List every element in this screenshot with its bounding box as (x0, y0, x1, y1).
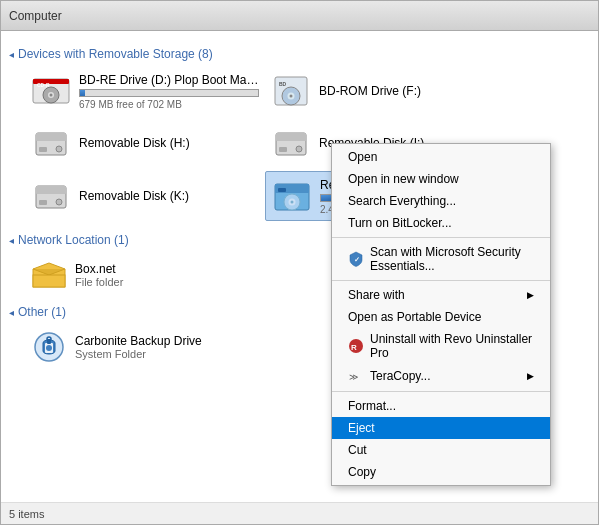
svg-rect-16 (276, 133, 306, 141)
ctx-sep-3 (332, 391, 550, 392)
removable-section-title: Devices with Removable Storage (8) (18, 47, 213, 61)
svg-rect-28 (278, 188, 286, 192)
teracopy-icon: ≫ (348, 368, 364, 384)
drive-item-d[interactable]: CD-R BD-RE Drive (D:) Plop Boot Manage 6… (25, 67, 265, 115)
ctx-share-with[interactable]: Share with (332, 284, 550, 306)
ctx-eject[interactable]: Eject (332, 417, 550, 439)
window-title: Computer (9, 9, 62, 23)
svg-point-22 (56, 199, 62, 205)
ctx-scan-security[interactable]: ✓ Scan with Microsoft Security Essential… (332, 241, 550, 277)
ctx-search-everything[interactable]: Search Everything... (332, 190, 550, 212)
collapse-arrow-network[interactable]: ◂ (9, 235, 14, 246)
status-text: 5 items (9, 508, 44, 520)
ctx-open-label: Open (348, 150, 377, 164)
security-icon: ✓ (348, 251, 364, 267)
carbonite-icon (31, 329, 67, 365)
ctx-teracopy-label: TeraCopy... (370, 369, 430, 383)
ctx-cut[interactable]: Cut (332, 439, 550, 461)
network-section-title: Network Location (1) (18, 233, 129, 247)
ctx-bitlocker[interactable]: Turn on BitLocker... (332, 212, 550, 234)
ctx-open[interactable]: Open (332, 146, 550, 168)
title-bar: Computer (1, 1, 598, 31)
drive-item-k[interactable]: Removable Disk (K:) (25, 171, 265, 221)
svg-text:≫: ≫ (349, 372, 358, 382)
ctx-copy[interactable]: Copy (332, 461, 550, 483)
svg-rect-20 (36, 186, 66, 194)
svg-point-18 (296, 146, 302, 152)
svg-text:R: R (351, 343, 357, 352)
drive-k-name: Removable Disk (K:) (79, 189, 259, 203)
revo-icon: R (348, 338, 364, 354)
ctx-cut-label: Cut (348, 443, 367, 457)
svg-point-14 (56, 146, 62, 152)
ctx-sep-1 (332, 237, 550, 238)
ctx-format-label: Format... (348, 399, 396, 413)
drive-d-info: BD-RE Drive (D:) Plop Boot Manage 679 MB… (79, 73, 259, 110)
removable-h-icon (31, 123, 71, 163)
svg-rect-17 (279, 147, 287, 152)
boxnet-name: Box.net (75, 262, 123, 276)
context-menu: Open Open in new window Search Everythin… (331, 143, 551, 486)
main-window: Computer ◂ Devices with Removable Storag… (0, 0, 599, 525)
drive-d-bar-container (79, 89, 259, 97)
ctx-scan-label: Scan with Microsoft Security Essentials.… (370, 245, 534, 273)
drive-h-name: Removable Disk (H:) (79, 136, 259, 150)
svg-point-5 (50, 94, 53, 97)
svg-rect-21 (39, 200, 47, 205)
ctx-revo-label: Uninstall with Revo Uninstaller Pro (370, 332, 534, 360)
collapse-arrow-removable[interactable]: ◂ (9, 49, 14, 60)
drive-d-bar (80, 90, 85, 96)
ctx-portable-device[interactable]: Open as Portable Device (332, 306, 550, 328)
bd-icon: BD (271, 71, 311, 111)
ctx-share-label: Share with (348, 288, 405, 302)
removable-l-icon (272, 176, 312, 216)
svg-point-10 (290, 95, 293, 98)
boxnet-icon (31, 257, 67, 293)
svg-text:BD: BD (279, 81, 287, 87)
svg-point-32 (46, 345, 52, 351)
status-bar: 5 items (1, 502, 598, 524)
ctx-copy-label: Copy (348, 465, 376, 479)
drive-item-f[interactable]: BD BD-ROM Drive (F:) (265, 67, 505, 115)
drive-f-name: BD-ROM Drive (F:) (319, 84, 499, 98)
svg-rect-29 (33, 275, 65, 287)
carbonite-name: Carbonite Backup Drive (75, 334, 202, 348)
ctx-bitlocker-label: Turn on BitLocker... (348, 216, 452, 230)
drive-item-h[interactable]: Removable Disk (H:) (25, 119, 265, 167)
ctx-sep-2 (332, 280, 550, 281)
drive-d-size: 679 MB free of 702 MB (79, 99, 259, 110)
drive-h-info: Removable Disk (H:) (79, 136, 259, 150)
svg-text:✓: ✓ (354, 256, 360, 263)
svg-point-27 (291, 201, 294, 204)
drive-d-name: BD-RE Drive (D:) Plop Boot Manage (79, 73, 259, 87)
svg-rect-13 (39, 147, 47, 152)
removable-section-header[interactable]: ◂ Devices with Removable Storage (8) (9, 47, 590, 61)
cdrom-icon: CD-R (31, 71, 71, 111)
ctx-open-new-window[interactable]: Open in new window (332, 168, 550, 190)
boxnet-info: Box.net File folder (75, 262, 123, 288)
ctx-revo[interactable]: R Uninstall with Revo Uninstaller Pro (332, 328, 550, 364)
ctx-format[interactable]: Format... (332, 395, 550, 417)
ctx-eject-label: Eject (348, 421, 375, 435)
drive-f-info: BD-ROM Drive (F:) (319, 84, 499, 98)
ctx-teracopy[interactable]: ≫ TeraCopy... (332, 364, 550, 388)
ctx-open-new-window-label: Open in new window (348, 172, 459, 186)
svg-rect-12 (36, 133, 66, 141)
ctx-portable-label: Open as Portable Device (348, 310, 481, 324)
collapse-arrow-other[interactable]: ◂ (9, 307, 14, 318)
other-section-title: Other (1) (18, 305, 66, 319)
ctx-search-label: Search Everything... (348, 194, 456, 208)
carbonite-type: System Folder (75, 348, 202, 360)
removable-k-icon (31, 176, 71, 216)
removable-i-icon (271, 123, 311, 163)
drive-k-info: Removable Disk (K:) (79, 189, 259, 203)
boxnet-type: File folder (75, 276, 123, 288)
carbonite-info: Carbonite Backup Drive System Folder (75, 334, 202, 360)
